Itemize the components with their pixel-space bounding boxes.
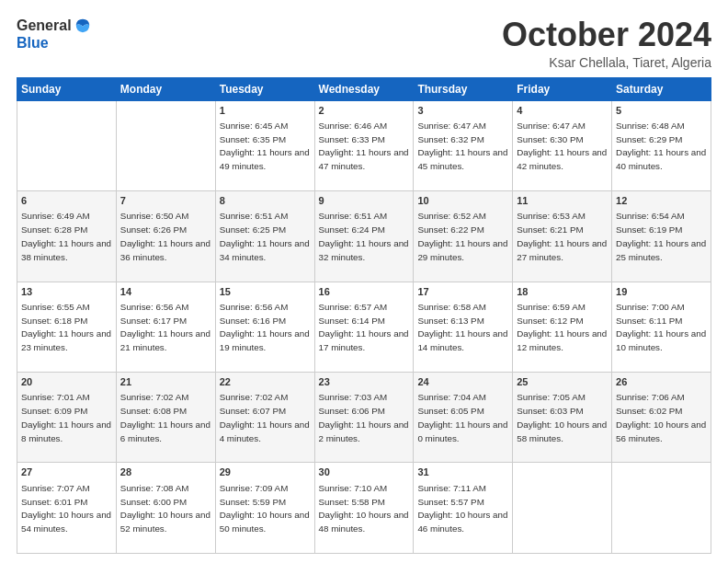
month-title: October 2024 bbox=[502, 17, 711, 53]
day-sunrise: Sunrise: 6:57 AM bbox=[319, 302, 388, 312]
day-number: 3 bbox=[417, 104, 508, 118]
table-cell: 30Sunrise: 7:10 AMSunset: 5:58 PMDayligh… bbox=[314, 463, 414, 554]
day-sunset: Sunset: 6:07 PM bbox=[220, 406, 286, 416]
day-number: 25 bbox=[517, 375, 608, 389]
day-daylight: Daylight: 11 hours and 17 minutes. bbox=[319, 328, 409, 352]
day-sunset: Sunset: 6:00 PM bbox=[120, 497, 187, 507]
day-sunrise: Sunrise: 6:56 AM bbox=[120, 302, 189, 312]
day-number: 17 bbox=[417, 285, 508, 299]
day-sunrise: Sunrise: 6:59 AM bbox=[517, 302, 586, 312]
day-sunrise: Sunrise: 7:01 AM bbox=[21, 392, 90, 402]
day-sunrise: Sunrise: 6:49 AM bbox=[21, 211, 90, 221]
day-number: 14 bbox=[120, 285, 211, 299]
table-cell: 11Sunrise: 6:53 AMSunset: 6:21 PMDayligh… bbox=[513, 191, 612, 282]
day-daylight: Daylight: 11 hours and 6 minutes. bbox=[120, 419, 210, 443]
logo-blue: Blue bbox=[17, 35, 49, 51]
day-sunset: Sunset: 6:22 PM bbox=[417, 224, 483, 235]
day-sunrise: Sunrise: 6:46 AM bbox=[319, 121, 388, 131]
day-sunset: Sunset: 6:06 PM bbox=[319, 406, 385, 416]
table-cell: 27Sunrise: 7:07 AMSunset: 6:01 PMDayligh… bbox=[17, 463, 117, 554]
day-number: 27 bbox=[21, 465, 112, 479]
day-daylight: Daylight: 11 hours and 21 minutes. bbox=[120, 328, 210, 352]
table-cell bbox=[116, 100, 215, 190]
day-sunrise: Sunrise: 7:02 AM bbox=[120, 392, 189, 402]
day-sunset: Sunset: 6:35 PM bbox=[220, 134, 286, 144]
day-sunrise: Sunrise: 7:08 AM bbox=[120, 483, 189, 493]
day-sunset: Sunset: 6:13 PM bbox=[417, 316, 483, 326]
day-daylight: Daylight: 11 hours and 14 minutes. bbox=[417, 328, 507, 352]
col-wednesday: Wednesday bbox=[314, 77, 414, 100]
day-sunset: Sunset: 6:19 PM bbox=[616, 224, 682, 235]
day-number: 8 bbox=[220, 194, 311, 208]
col-sunday: Sunday bbox=[17, 77, 117, 100]
table-cell: 4Sunrise: 6:47 AMSunset: 6:30 PMDaylight… bbox=[513, 100, 612, 190]
day-sunset: Sunset: 6:33 PM bbox=[319, 134, 385, 144]
day-sunset: Sunset: 6:24 PM bbox=[319, 224, 385, 235]
table-cell bbox=[17, 100, 117, 190]
week-row-0: 1Sunrise: 6:45 AMSunset: 6:35 PMDaylight… bbox=[17, 100, 711, 190]
table-cell: 16Sunrise: 6:57 AMSunset: 6:14 PMDayligh… bbox=[314, 282, 414, 372]
day-number: 21 bbox=[120, 375, 211, 389]
day-sunrise: Sunrise: 7:11 AM bbox=[417, 483, 486, 493]
col-monday: Monday bbox=[116, 77, 215, 100]
day-daylight: Daylight: 11 hours and 4 minutes. bbox=[220, 419, 310, 443]
day-daylight: Daylight: 11 hours and 27 minutes. bbox=[517, 238, 607, 262]
day-sunrise: Sunrise: 7:06 AM bbox=[616, 392, 685, 402]
day-sunset: Sunset: 6:14 PM bbox=[319, 316, 385, 326]
table-cell: 7Sunrise: 6:50 AMSunset: 6:26 PMDaylight… bbox=[116, 191, 215, 282]
table-cell: 31Sunrise: 7:11 AMSunset: 5:57 PMDayligh… bbox=[414, 463, 513, 554]
day-daylight: Daylight: 11 hours and 12 minutes. bbox=[517, 328, 607, 352]
day-sunrise: Sunrise: 6:52 AM bbox=[417, 211, 486, 221]
table-cell bbox=[513, 463, 612, 554]
table-cell: 14Sunrise: 6:56 AMSunset: 6:17 PMDayligh… bbox=[116, 282, 215, 372]
calendar-table: Sunday Monday Tuesday Wednesday Thursday… bbox=[17, 77, 711, 554]
table-cell: 23Sunrise: 7:03 AMSunset: 6:06 PMDayligh… bbox=[314, 373, 414, 463]
day-number: 2 bbox=[319, 104, 410, 118]
day-sunrise: Sunrise: 7:00 AM bbox=[616, 302, 685, 312]
day-number: 9 bbox=[319, 194, 410, 208]
day-number: 20 bbox=[21, 375, 112, 389]
calendar-header-row: Sunday Monday Tuesday Wednesday Thursday… bbox=[17, 77, 711, 100]
day-sunrise: Sunrise: 6:45 AM bbox=[220, 121, 289, 131]
table-cell: 1Sunrise: 6:45 AMSunset: 6:35 PMDaylight… bbox=[215, 100, 314, 190]
day-sunrise: Sunrise: 7:03 AM bbox=[319, 392, 388, 402]
day-daylight: Daylight: 10 hours and 46 minutes. bbox=[417, 510, 507, 534]
table-cell: 19Sunrise: 7:00 AMSunset: 6:11 PMDayligh… bbox=[612, 282, 711, 372]
day-sunrise: Sunrise: 6:51 AM bbox=[220, 211, 289, 221]
day-sunrise: Sunrise: 7:02 AM bbox=[220, 392, 289, 402]
day-sunset: Sunset: 6:08 PM bbox=[120, 406, 187, 416]
day-number: 28 bbox=[120, 465, 211, 479]
day-sunrise: Sunrise: 6:50 AM bbox=[120, 211, 189, 221]
table-cell: 26Sunrise: 7:06 AMSunset: 6:02 PMDayligh… bbox=[612, 373, 711, 463]
day-daylight: Daylight: 10 hours and 58 minutes. bbox=[517, 419, 607, 443]
week-row-2: 13Sunrise: 6:55 AMSunset: 6:18 PMDayligh… bbox=[17, 282, 711, 372]
day-daylight: Daylight: 10 hours and 50 minutes. bbox=[220, 510, 310, 534]
day-sunrise: Sunrise: 6:55 AM bbox=[21, 302, 90, 312]
day-daylight: Daylight: 11 hours and 25 minutes. bbox=[616, 238, 706, 262]
day-number: 29 bbox=[220, 465, 311, 479]
day-sunset: Sunset: 6:18 PM bbox=[21, 316, 87, 326]
logo: General Blue bbox=[17, 17, 92, 52]
day-daylight: Daylight: 10 hours and 48 minutes. bbox=[319, 510, 409, 534]
location: Ksar Chellala, Tiaret, Algeria bbox=[502, 55, 711, 70]
table-cell: 24Sunrise: 7:04 AMSunset: 6:05 PMDayligh… bbox=[414, 373, 513, 463]
day-number: 10 bbox=[417, 194, 508, 208]
day-sunset: Sunset: 6:05 PM bbox=[417, 406, 483, 416]
table-cell: 2Sunrise: 6:46 AMSunset: 6:33 PMDaylight… bbox=[314, 100, 414, 190]
day-daylight: Daylight: 10 hours and 52 minutes. bbox=[120, 510, 210, 534]
day-daylight: Daylight: 11 hours and 10 minutes. bbox=[616, 328, 706, 352]
title-block: October 2024 Ksar Chellala, Tiaret, Alge… bbox=[502, 17, 711, 70]
day-sunset: Sunset: 6:11 PM bbox=[616, 316, 682, 326]
table-cell: 10Sunrise: 6:52 AMSunset: 6:22 PMDayligh… bbox=[414, 191, 513, 282]
day-daylight: Daylight: 10 hours and 54 minutes. bbox=[21, 510, 111, 534]
day-number: 16 bbox=[319, 285, 410, 299]
day-sunset: Sunset: 6:29 PM bbox=[616, 134, 682, 144]
col-tuesday: Tuesday bbox=[215, 77, 314, 100]
table-cell: 12Sunrise: 6:54 AMSunset: 6:19 PMDayligh… bbox=[612, 191, 711, 282]
table-cell: 21Sunrise: 7:02 AMSunset: 6:08 PMDayligh… bbox=[116, 373, 215, 463]
day-number: 26 bbox=[616, 375, 707, 389]
day-sunrise: Sunrise: 7:10 AM bbox=[319, 483, 388, 493]
day-daylight: Daylight: 11 hours and 32 minutes. bbox=[319, 238, 409, 262]
table-cell: 29Sunrise: 7:09 AMSunset: 5:59 PMDayligh… bbox=[215, 463, 314, 554]
table-cell: 9Sunrise: 6:51 AMSunset: 6:24 PMDaylight… bbox=[314, 191, 414, 282]
